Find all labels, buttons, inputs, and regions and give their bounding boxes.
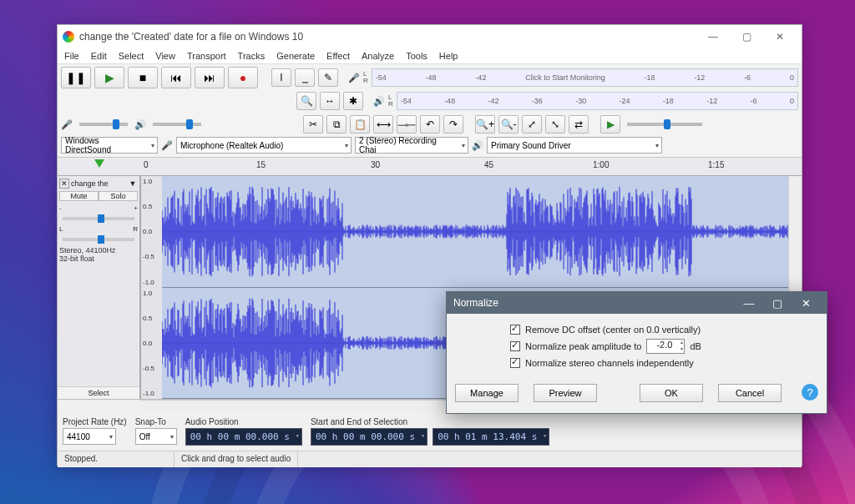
snap-to-label: Snap-To — [135, 417, 177, 426]
rec-vol-mic-icon — [61, 119, 73, 130]
manage-button[interactable]: Manage — [455, 384, 519, 402]
track-select-button[interactable]: Select — [58, 386, 139, 399]
silence-button[interactable]: ⟞⟝ — [397, 115, 417, 134]
menu-edit[interactable]: Edit — [91, 48, 107, 63]
trim-button[interactable]: ⟷ — [373, 115, 393, 134]
skip-start-button[interactable]: ⏮ — [161, 67, 191, 88]
audio-host-dropdown[interactable]: Windows DirectSound — [61, 137, 158, 154]
normalize-stereo-checkbox[interactable] — [510, 358, 520, 368]
mute-button[interactable]: Mute — [59, 191, 99, 201]
snap-to-dropdown[interactable]: Off — [135, 428, 177, 445]
dialog-title: Normalize — [453, 297, 498, 309]
fit-project-button[interactable]: ⤡ — [545, 115, 565, 134]
play-meter-speaker-icon — [373, 96, 385, 107]
track-control-panel[interactable]: ✕ change the ▼ Mute Solo -+ LR Stereo, 4… — [58, 176, 140, 399]
selection-end-field[interactable]: 00 h 01 m 13.404 s — [433, 428, 549, 446]
rec-meter-mic-icon — [348, 73, 360, 83]
record-button[interactable]: ● — [228, 67, 258, 88]
recording-meter[interactable]: -54 -48 -42 Click to Start Monitoring -1… — [372, 68, 798, 87]
preview-button[interactable]: Preview — [534, 384, 597, 402]
close-button[interactable]: ✕ — [763, 26, 797, 47]
dialog-maximize-button[interactable]: ▢ — [763, 297, 792, 310]
playback-meter[interactable]: -54-48 -42-36 -30-24 -18-12 -60 — [397, 92, 798, 110]
menu-analyze[interactable]: Analyze — [362, 48, 394, 63]
playback-device-dropdown[interactable]: Primary Sound Driver — [487, 137, 662, 154]
project-rate-label: Project Rate (Hz) — [63, 417, 127, 426]
cancel-button[interactable]: Cancel — [718, 384, 782, 402]
normalize-peak-label: Normalize peak amplitude to — [525, 341, 641, 351]
timeline-ruler[interactable]: 0 15 30 45 1:00 1:15 — [58, 158, 802, 176]
undo-button[interactable]: ↶ — [420, 115, 440, 134]
play-speed-slider[interactable] — [627, 123, 702, 126]
waveform-left-channel[interactable] — [162, 176, 788, 287]
playhead-icon[interactable] — [94, 159, 104, 168]
play-vol-speaker-icon — [134, 119, 146, 130]
zoom-toggle-button[interactable]: ⇄ — [569, 115, 589, 134]
minimize-button[interactable]: — — [696, 26, 730, 47]
pause-button[interactable]: ❚❚ — [61, 67, 91, 88]
playback-volume-slider[interactable] — [153, 123, 201, 126]
menu-select[interactable]: Select — [119, 48, 144, 63]
dialog-minimize-button[interactable]: — — [735, 297, 763, 310]
zoom-out-button[interactable]: 🔍- — [498, 115, 519, 134]
multi-tool-icon[interactable]: ✱ — [343, 92, 363, 110]
titlebar[interactable]: change the 'Created' date for a file on … — [58, 25, 802, 48]
skip-end-button[interactable]: ⏭ — [195, 67, 225, 88]
remove-dc-offset-checkbox[interactable] — [510, 325, 520, 335]
peak-unit-label: dB — [690, 341, 701, 351]
track-gain-slider[interactable] — [63, 217, 134, 220]
normalize-stereo-label: Normalize stereo channels independently — [525, 358, 694, 368]
help-icon[interactable]: ? — [802, 384, 818, 401]
maximize-button[interactable]: ▢ — [730, 26, 763, 47]
menu-file[interactable]: File — [64, 48, 79, 63]
normalize-peak-checkbox[interactable] — [510, 341, 520, 351]
track-pan-slider[interactable] — [63, 238, 134, 241]
envelope-tool-icon[interactable]: ⎯ — [295, 68, 315, 87]
selection-toolbar: Project Rate (Hz) 44100 Snap-To Off Audi… — [58, 412, 802, 451]
selection-tool-icon[interactable]: I — [271, 68, 291, 87]
play-button[interactable]: ▶ — [94, 67, 124, 88]
status-bar: Stopped. Click and drag to select audio — [58, 451, 802, 467]
dialog-titlebar[interactable]: Normalize — ▢ ✕ — [447, 292, 827, 314]
menu-tracks[interactable]: Tracks — [238, 48, 266, 63]
recording-channels-dropdown[interactable]: 2 (Stereo) Recording Chai — [355, 137, 468, 154]
paste-button[interactable]: 📋 — [350, 115, 370, 134]
recording-volume-slider[interactable] — [79, 123, 128, 126]
selection-start-field[interactable]: 00 h 00 m 00.000 s — [311, 428, 428, 446]
toolbars: ❚❚ ▶ ■ ⏮ ⏭ ● I ⎯ ✎ LR -54 -48 -42 Click … — [58, 64, 802, 158]
draw-tool-icon[interactable]: ✎ — [318, 68, 338, 87]
menu-transport[interactable]: Transport — [187, 48, 226, 63]
track-close-button[interactable]: ✕ — [59, 179, 69, 189]
remove-dc-offset-label: Remove DC offset (center on 0.0 vertical… — [525, 325, 701, 335]
dialog-close-button[interactable]: ✕ — [792, 297, 820, 310]
copy-button[interactable]: ⧉ — [326, 115, 347, 134]
redo-button[interactable]: ↷ — [443, 115, 463, 134]
cut-button[interactable]: ✂ — [303, 115, 323, 134]
menu-tools[interactable]: Tools — [406, 48, 428, 63]
peak-amplitude-input[interactable]: -2.0 — [646, 339, 685, 354]
menu-help[interactable]: Help — [439, 48, 458, 63]
rec-device-mic-icon — [161, 140, 173, 151]
menubar: File Edit Select View Transport Tracks G… — [58, 48, 802, 64]
play-at-speed-button[interactable]: ▶ — [600, 115, 620, 134]
audio-position-label: Audio Position — [185, 417, 302, 426]
amplitude-scale: 1.00.50.0-0.5-1.0 1.00.50.0-0.5-1.0 — [140, 176, 162, 399]
solo-button[interactable]: Solo — [99, 191, 138, 201]
project-rate-dropdown[interactable]: 44100 — [63, 428, 116, 445]
zoom-in-button[interactable]: 🔍+ — [475, 115, 495, 134]
menu-view[interactable]: View — [155, 48, 175, 63]
zoom-tool-icon[interactable]: 🔍 — [296, 92, 316, 110]
normalize-dialog: Normalize — ▢ ✕ Remove DC offset (center… — [446, 291, 827, 414]
audio-position-field[interactable]: 00 h 00 m 00.000 s — [185, 428, 302, 446]
recording-device-dropdown[interactable]: Microphone (Realtek Audio) — [176, 137, 352, 154]
timeshift-tool-icon[interactable]: ↔ — [320, 92, 340, 110]
stop-button[interactable]: ■ — [128, 67, 158, 88]
status-hint: Click and drag to select audio — [175, 451, 298, 467]
ok-button[interactable]: OK — [640, 384, 703, 402]
track-name[interactable]: change the — [69, 179, 128, 188]
fit-selection-button[interactable]: ⤢ — [522, 115, 542, 134]
menu-generate[interactable]: Generate — [276, 48, 315, 63]
track-menu-button[interactable]: ▼ — [128, 179, 138, 188]
menu-effect[interactable]: Effect — [326, 48, 350, 63]
track-format-info: Stereo, 44100Hz32-bit float — [59, 246, 138, 263]
